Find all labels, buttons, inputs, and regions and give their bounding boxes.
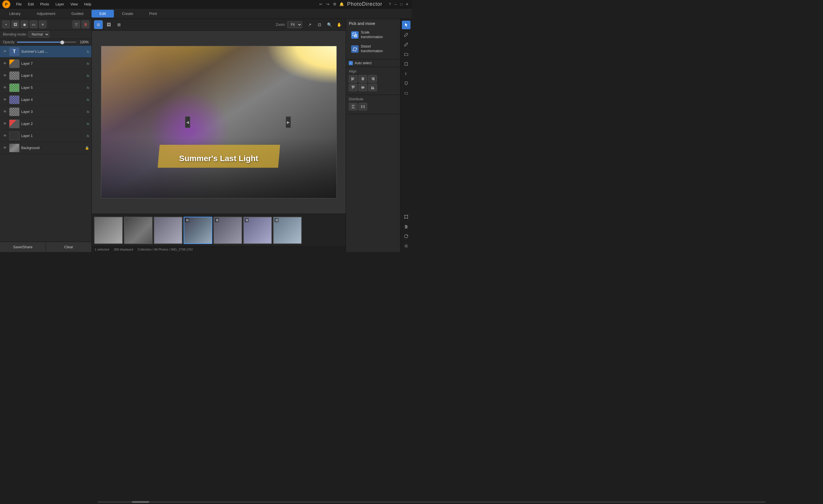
tab-edit[interactable]: Edit bbox=[92, 10, 114, 17]
clear-button[interactable]: Clear bbox=[46, 242, 92, 252]
right-panel-collapse-arrow[interactable]: ▶ bbox=[286, 116, 291, 128]
filmstrip-item-selected[interactable]: 🖼 bbox=[184, 217, 212, 244]
layer-visibility-toggle[interactable]: 👁 bbox=[2, 85, 7, 90]
canvas-image[interactable]: Summer's Last Light bbox=[101, 46, 336, 198]
photo-view-button[interactable]: 🖼 bbox=[105, 20, 113, 29]
rectangle-select-button[interactable] bbox=[402, 89, 410, 97]
scale-transform-button[interactable]: Scaletransformation bbox=[349, 29, 397, 41]
add-layer-button[interactable]: + bbox=[2, 21, 10, 28]
zoom-label: Zoom: bbox=[276, 23, 286, 27]
layer-item[interactable]: 👁 Layer 2 fx bbox=[0, 118, 92, 130]
fill-tool-button[interactable] bbox=[402, 79, 410, 88]
align-middle-v-button[interactable] bbox=[359, 84, 367, 91]
layer-visibility-toggle[interactable]: 👁 bbox=[2, 61, 7, 66]
align-top-button[interactable] bbox=[349, 84, 357, 91]
settings-tool-button[interactable] bbox=[402, 242, 410, 250]
filmstrip: 🖼 🖼 🖼 🖼 bbox=[92, 214, 346, 247]
pick-move-tool-button[interactable] bbox=[402, 21, 410, 29]
filmstrip-item[interactable] bbox=[124, 217, 153, 244]
save-share-button[interactable]: Save/Share bbox=[0, 242, 46, 252]
fit-view-button[interactable]: ⊡ bbox=[315, 20, 324, 29]
close-button[interactable]: ✕ bbox=[405, 2, 409, 7]
brush-tool-button[interactable] bbox=[402, 30, 410, 39]
color-picker-button[interactable] bbox=[402, 232, 410, 241]
layer-visibility-toggle[interactable]: 👁 bbox=[2, 73, 7, 78]
layer-visibility-toggle[interactable]: 👁 bbox=[2, 145, 7, 151]
align-right-button[interactable] bbox=[368, 75, 377, 82]
layer-fx-badge: fx bbox=[87, 74, 89, 77]
distort-transform-icon bbox=[351, 45, 359, 53]
layer-item[interactable]: 👁 Layer 4 fx bbox=[0, 94, 92, 106]
layer-item[interactable]: 👁 Layer 5 fx bbox=[0, 82, 92, 94]
zoom-select[interactable]: Fit bbox=[287, 21, 302, 28]
export-button[interactable]: ↗ bbox=[306, 20, 314, 29]
filmstrip-thumbnail bbox=[125, 217, 152, 243]
layer-item[interactable]: 👁 T Summer's Last ... fx bbox=[0, 46, 92, 58]
menu-file[interactable]: File bbox=[13, 2, 24, 7]
pan-button[interactable]: ✋ bbox=[335, 20, 343, 29]
delete-layer-button[interactable]: 🗑 bbox=[82, 21, 89, 28]
layer-visibility-toggle[interactable]: 👁 bbox=[2, 109, 7, 114]
shape-tool-button[interactable] bbox=[402, 60, 410, 68]
settings-icon[interactable]: ⚙ bbox=[332, 2, 337, 7]
tab-library[interactable]: Library bbox=[1, 10, 29, 17]
align-center-h-button[interactable] bbox=[359, 75, 367, 82]
layer-item[interactable]: 👁 Layer 6 fx bbox=[0, 70, 92, 82]
menu-view[interactable]: View bbox=[67, 2, 80, 7]
panel-collapse-arrow[interactable]: ◀ bbox=[185, 116, 190, 128]
distort-transform-button[interactable]: Distorttransformation bbox=[349, 43, 397, 55]
menu-layer[interactable]: Layer bbox=[52, 2, 67, 7]
transform-tool-button[interactable] bbox=[402, 212, 410, 221]
menu-edit[interactable]: Edit bbox=[25, 2, 37, 7]
align-bottom-button[interactable] bbox=[368, 84, 377, 91]
menu-help[interactable]: Help bbox=[81, 2, 94, 7]
layer-visibility-toggle[interactable]: 👁 bbox=[2, 133, 7, 139]
tab-guided[interactable]: Guided bbox=[63, 10, 92, 17]
opacity-slider[interactable] bbox=[17, 42, 76, 43]
text-properties-button[interactable]: ≡ bbox=[39, 21, 46, 28]
help-button[interactable]: ? bbox=[387, 2, 392, 7]
filmstrip-item[interactable]: 🖼 bbox=[273, 217, 302, 244]
layer-thumbnail bbox=[9, 144, 19, 152]
layer-item[interactable]: 👁 Background 🔒 bbox=[0, 142, 92, 154]
blending-select[interactable]: Normal bbox=[28, 31, 49, 38]
layer-item[interactable]: 👁 Layer 1 fx bbox=[0, 130, 92, 142]
blending-row: Blending mode: Normal bbox=[0, 30, 92, 39]
history-forward-icon[interactable]: ↪ bbox=[325, 2, 330, 7]
filmstrip-item[interactable]: 🖼 bbox=[243, 217, 272, 244]
brush-tool-button[interactable]: ◉ bbox=[21, 21, 28, 28]
svg-rect-10 bbox=[371, 78, 374, 78]
layer-item[interactable]: 👁 Layer 3 fx bbox=[0, 106, 92, 118]
distribute-vertical-button[interactable] bbox=[349, 103, 357, 110]
notification-icon[interactable]: 🔔 bbox=[339, 2, 344, 7]
auto-select-checkbox[interactable]: ✓ bbox=[349, 61, 353, 65]
layer-item[interactable]: 👁 Layer 7 fx bbox=[0, 58, 92, 70]
shape-tool-button[interactable]: ▭ bbox=[30, 21, 37, 28]
svg-rect-15 bbox=[361, 87, 365, 88]
tab-adjustment[interactable]: Adjustment bbox=[29, 10, 63, 17]
layer-visibility-toggle[interactable]: 👁 bbox=[2, 121, 7, 127]
tab-print[interactable]: Print bbox=[141, 10, 165, 17]
tab-create[interactable]: Create bbox=[114, 10, 141, 17]
history-back-icon[interactable]: ↩ bbox=[318, 2, 324, 7]
align-left-button[interactable] bbox=[349, 75, 357, 82]
svg-point-40 bbox=[406, 226, 407, 227]
canvas-view-button[interactable]: ⊞ bbox=[94, 20, 103, 29]
filmstrip-item[interactable]: 🖼 bbox=[213, 217, 242, 244]
filmstrip-item[interactable] bbox=[94, 217, 123, 244]
add-image-button[interactable]: 🖼 bbox=[11, 21, 19, 28]
maximize-button[interactable]: □ bbox=[399, 2, 403, 7]
pencil-tool-button[interactable] bbox=[402, 40, 410, 49]
distribute-horizontal-button[interactable] bbox=[359, 103, 367, 110]
zoom-in-button[interactable]: 🔍 bbox=[325, 20, 334, 29]
layer-visibility-toggle[interactable]: 👁 bbox=[2, 97, 7, 102]
grid-button[interactable]: ⊞ bbox=[115, 20, 123, 29]
eraser-tool-button[interactable] bbox=[402, 50, 410, 58]
minimize-button[interactable]: ─ bbox=[393, 2, 398, 7]
adjust-tool-button[interactable] bbox=[402, 222, 410, 231]
filmstrip-item[interactable] bbox=[154, 217, 182, 244]
filter-button[interactable]: ▽ bbox=[72, 21, 80, 28]
text-tool-button[interactable]: T bbox=[402, 69, 410, 78]
menu-photo[interactable]: Photo bbox=[37, 2, 52, 7]
layer-visibility-toggle[interactable]: 👁 bbox=[2, 49, 7, 54]
